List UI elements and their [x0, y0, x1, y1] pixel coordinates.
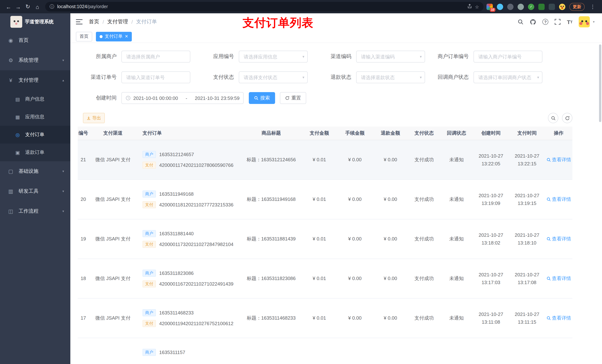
sidebar-item-pay[interactable]: ¥ 支付管理 ▴: [0, 70, 70, 90]
callback-status-filter-select[interactable]: [473, 71, 542, 83]
search-icon[interactable]: [517, 19, 524, 25]
bookmark-star-icon[interactable]: ☆: [475, 4, 479, 10]
main-panel: 首页 / 支付管理 / 支付订单 支付订单列表 ?: [70, 13, 602, 364]
cell-pay-channel: 微信 JSAPI 支付: [89, 298, 137, 338]
order-id: 21: [81, 157, 86, 162]
view-detail-link[interactable]: 查看详情: [546, 196, 571, 203]
sidebar-item-label: 商户信息: [25, 96, 44, 103]
create-time: 13:19:09: [473, 199, 509, 207]
sidebar-item-infrastructure[interactable]: ▢ 基础设施 ▾: [0, 161, 70, 181]
extension-colorful-icon[interactable]: 10: [486, 3, 493, 10]
filter-row-2: 渠道订单号 支付状态 ▾ 退款状态 ▾ 回调商户状态 ▾: [70, 71, 602, 83]
channel-code-filter-select[interactable]: [356, 51, 425, 62]
tab-label: 支付订单: [105, 33, 123, 40]
sidebar-item-system[interactable]: ⚙ 系统管理 ▾: [0, 50, 70, 70]
chevron-down-icon: ▾: [62, 169, 64, 173]
pay-status-filter-select[interactable]: [239, 71, 308, 83]
app-logo[interactable]: 芋道管理系统: [0, 13, 70, 30]
avatar-caret-icon[interactable]: ▾: [593, 20, 595, 24]
reset-button[interactable]: 重置: [280, 92, 306, 104]
merchant-filter-input[interactable]: [121, 51, 190, 62]
pay-status-filter-label: 支付状态: [191, 74, 234, 81]
export-button[interactable]: 导出: [83, 113, 105, 123]
create-time-range-picker[interactable]: 2021-10-01 00:00:00 - 2021-10-31 23:59:5…: [121, 92, 244, 104]
pay-channel: 微信 JSAPI 支付: [95, 315, 131, 321]
pay-tag: 支付: [142, 320, 156, 327]
pay-tag: 支付: [142, 241, 156, 248]
sidebar-item-label: 工作流程: [19, 208, 39, 215]
channel-pay-line: 支付 4200001194202110276752100612: [142, 319, 241, 327]
font-size-icon[interactable]: TT: [567, 19, 573, 25]
tab-home[interactable]: 首页: [76, 32, 92, 41]
share-icon[interactable]: [467, 4, 472, 10]
view-detail-link[interactable]: 查看详情: [546, 315, 571, 321]
profile-avatar-icon[interactable]: [559, 3, 565, 10]
refund-status-filter-select[interactable]: [356, 71, 425, 83]
extension-dark-circle-icon[interactable]: [507, 3, 514, 10]
help-icon[interactable]: ?: [542, 19, 548, 25]
view-detail-link[interactable]: 查看详情: [546, 235, 571, 242]
breadcrumb-home[interactable]: 首页: [89, 19, 99, 25]
app-no-filter-select[interactable]: [239, 51, 308, 62]
cell-fee-amount: [337, 338, 373, 364]
github-icon[interactable]: [530, 19, 536, 25]
create-date: 2021-10-27: [473, 191, 509, 199]
order-table: 编号 支付渠道 支付订单 商品标题 支付金额 手续金额 退款金额 支付状态 回调…: [78, 126, 572, 364]
date-range-separator: -: [181, 95, 192, 101]
question-glyph: ?: [544, 20, 547, 24]
vertical-scrollbar[interactable]: [599, 44, 601, 122]
extension-notes-icon[interactable]: [538, 3, 545, 10]
search-button[interactable]: 搜索: [249, 92, 275, 104]
column-actions: 操作: [545, 126, 572, 140]
toggle-search-button[interactable]: [548, 113, 558, 123]
user-avatar[interactable]: [579, 16, 590, 27]
url-bar[interactable]: ⓘ localhost:1024/pay/order ☆: [45, 2, 484, 11]
fullscreen-icon[interactable]: [555, 19, 560, 25]
title-prefix: 标题：: [247, 315, 261, 321]
merchant-order-no-filter-input[interactable]: [473, 51, 542, 62]
extension-drop-icon[interactable]: [497, 3, 503, 10]
sidebar-item-workflow[interactable]: ◫ 工作流程 ▾: [0, 201, 70, 221]
sidebar-item-label: 支付订单: [25, 131, 44, 138]
extension-puzzle-icon[interactable]: [549, 3, 555, 10]
sidebar-toggle-icon[interactable]: [76, 19, 83, 24]
browser-menu-icon[interactable]: ⋮: [589, 4, 597, 10]
channel-pay-no: 4200001167202110271022491439: [159, 281, 233, 287]
tab-pay-order[interactable]: 支付订单 ✕: [96, 32, 132, 41]
cell-pay-status: 支付成功: [408, 298, 440, 338]
sidebar-item-app-info[interactable]: ▦ 应用信息: [0, 108, 70, 126]
extension-gray-circle-icon[interactable]: [517, 3, 524, 10]
view-detail-label: 查看详情: [552, 315, 571, 321]
browser-back-icon[interactable]: ←: [4, 2, 13, 11]
cell-fee-amount: ¥ 0.00: [337, 179, 373, 219]
title-prefix: 标题：: [247, 275, 261, 281]
sidebar-item-home[interactable]: ◉ 首页: [0, 30, 70, 50]
sidebar-item-merchant-info[interactable]: ▤ 商户信息: [0, 90, 70, 108]
tab-close-icon[interactable]: ✕: [125, 34, 128, 39]
pay-channel: 微信 JSAPI 支付: [95, 275, 131, 281]
browser-reload-icon[interactable]: ↻: [23, 2, 32, 11]
column-pay-channel: 支付渠道: [89, 126, 137, 140]
chevron-down-icon: ▾: [302, 54, 304, 59]
browser-update-button[interactable]: 更新: [570, 3, 585, 10]
refresh-table-button[interactable]: [562, 113, 572, 123]
cell-fee-amount: ¥ 0.00: [337, 219, 373, 259]
table-row: 16 商户 1635311157 支付 标题： 查看详情: [78, 338, 572, 364]
view-detail-link[interactable]: 查看详情: [546, 275, 571, 282]
view-detail-link[interactable]: 查看详情: [546, 156, 571, 163]
sidebar-item-refund-order[interactable]: ▣ 退款订单: [0, 144, 70, 161]
breadcrumb-parent[interactable]: 支付管理: [107, 19, 128, 25]
column-fee-amount: 手续金额: [337, 126, 373, 140]
cell-notify-status: [440, 338, 473, 364]
create-time: 13:11:08: [473, 318, 509, 326]
browser-home-icon[interactable]: ⌂: [32, 2, 42, 11]
callback-status-filter: 回调商户状态 ▾: [426, 71, 542, 83]
sidebar-item-devtools[interactable]: ▥ 研发工具 ▾: [0, 181, 70, 201]
merchant-order-line: 商户 1635312124657: [142, 150, 241, 158]
cell-id: 16: [78, 338, 89, 364]
sidebar-item-pay-order[interactable]: ◎ 支付订单: [0, 126, 70, 144]
channel-order-no-filter-input[interactable]: [121, 71, 190, 83]
browser-forward-icon[interactable]: →: [13, 2, 23, 11]
extension-check-icon[interactable]: ✓: [528, 3, 534, 10]
site-info-icon[interactable]: ⓘ: [50, 3, 54, 10]
